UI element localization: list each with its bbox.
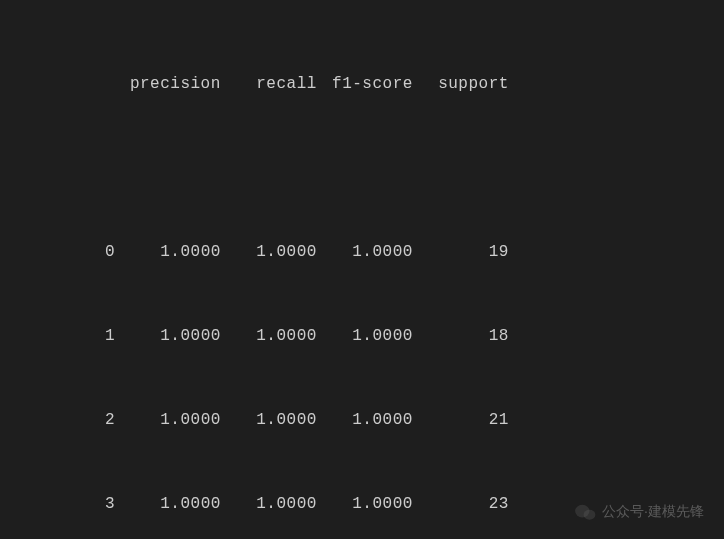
f1-value: 1.0000 <box>317 238 413 266</box>
support-value: 18 <box>413 322 509 350</box>
class-row: 01.00001.00001.000019 <box>0 238 724 266</box>
classification-report: precisionrecallf1-scoresupport 01.00001.… <box>0 0 724 539</box>
spacer <box>0 154 724 182</box>
class-row: 11.00001.00001.000018 <box>0 322 724 350</box>
f1-value: 1.0000 <box>317 490 413 518</box>
header-f1: f1-score <box>317 70 413 98</box>
class-label: 2 <box>0 406 115 434</box>
class-row: 21.00001.00001.000021 <box>0 406 724 434</box>
precision-value: 1.0000 <box>115 238 221 266</box>
class-label: 1 <box>0 322 115 350</box>
header-support: support <box>413 70 509 98</box>
support-value: 21 <box>413 406 509 434</box>
precision-value: 1.0000 <box>115 406 221 434</box>
header-precision: precision <box>115 70 221 98</box>
watermark: 公众号·建模先锋 <box>574 503 704 521</box>
wechat-icon <box>574 503 596 521</box>
watermark-text: 公众号·建模先锋 <box>602 503 704 521</box>
recall-value: 1.0000 <box>221 322 317 350</box>
support-value: 23 <box>413 490 509 518</box>
support-value: 19 <box>413 238 509 266</box>
precision-value: 1.0000 <box>115 322 221 350</box>
svg-point-1 <box>584 510 596 520</box>
recall-value: 1.0000 <box>221 238 317 266</box>
recall-value: 1.0000 <box>221 406 317 434</box>
recall-value: 1.0000 <box>221 490 317 518</box>
class-label: 0 <box>0 238 115 266</box>
header-row: precisionrecallf1-scoresupport <box>0 70 724 98</box>
class-label: 3 <box>0 490 115 518</box>
header-recall: recall <box>221 70 317 98</box>
precision-value: 1.0000 <box>115 490 221 518</box>
f1-value: 1.0000 <box>317 322 413 350</box>
f1-value: 1.0000 <box>317 406 413 434</box>
